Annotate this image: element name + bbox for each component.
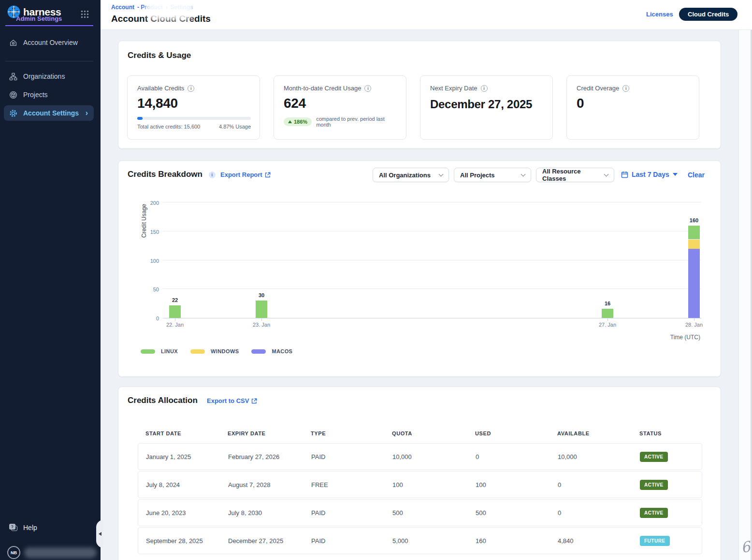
- organizations-icon: [9, 72, 17, 81]
- projects-filter[interactable]: All Projects: [454, 168, 531, 182]
- col-header: AVAILABLE: [550, 431, 632, 436]
- mtd-usage-value: 624: [284, 96, 396, 111]
- usage-percent: 4.87% Usage: [219, 124, 251, 129]
- licenses-link[interactable]: Licenses: [646, 11, 673, 18]
- total-active-credits: Total active credits: 15,600: [137, 124, 200, 129]
- export-report-link[interactable]: Export Report: [220, 171, 271, 178]
- page-title: Account Cloud Credits: [111, 14, 211, 24]
- chart-legend: LINUX WINDOWS MACOS: [141, 348, 292, 354]
- col-header: START DATE: [138, 431, 220, 436]
- info-icon[interactable]: i: [188, 85, 194, 92]
- allocation-table: START DATE EXPIRY DATE TYPE QUOTA USED A…: [138, 431, 702, 555]
- credits-progress-bar: [137, 117, 251, 120]
- chart-bar-segment[interactable]: [602, 309, 613, 318]
- scrollbar-track[interactable]: [738, 30, 751, 560]
- col-header: STATUS: [632, 431, 702, 436]
- resource-classes-filter[interactable]: All Resource Classes: [536, 168, 614, 182]
- col-header: QUOTA: [384, 431, 467, 436]
- sidebar-item-account-overview[interactable]: Account Overview: [4, 35, 94, 50]
- info-icon[interactable]: i: [481, 85, 488, 92]
- status-badge: ACTIVE: [640, 452, 668, 462]
- help-label: Help: [23, 524, 37, 531]
- arrow-up-icon: [288, 120, 292, 123]
- credit-overage-card: Credit Overagei 0: [566, 75, 699, 140]
- clear-filters-link[interactable]: Clear: [688, 171, 705, 179]
- legend-item[interactable]: WINDOWS: [190, 348, 239, 354]
- credits-allocation-panel: Credits Allocation Export to CSV START D…: [118, 387, 721, 560]
- sidebar-item-label: Account Settings: [23, 109, 79, 117]
- home-icon: [9, 39, 17, 47]
- linux-swatch-icon: [141, 349, 155, 354]
- status-badge: ACTIVE: [640, 508, 668, 518]
- credit-usage-chart-plot[interactable]: 0501001502002222. Jan3023. Jan1627. Jan1…: [163, 203, 701, 318]
- credits-breakdown-panel: Credits Breakdown i Export Report All Or…: [118, 160, 721, 377]
- macos-swatch-icon: [251, 349, 266, 354]
- x-axis-title: Time (UTC): [670, 334, 700, 341]
- sidebar-collapse-handle[interactable]: [96, 520, 103, 548]
- module-grid-icon[interactable]: [80, 10, 89, 21]
- chart-bar-segment[interactable]: [688, 226, 700, 240]
- table-header-row: START DATE EXPIRY DATE TYPE QUOTA USED A…: [138, 431, 702, 443]
- legend-item[interactable]: LINUX: [141, 348, 178, 354]
- sidebar-item-label: Account Overview: [23, 39, 78, 46]
- info-icon[interactable]: i: [209, 172, 216, 178]
- credits-usage-panel: Credits & Usage Available Creditsi 14,84…: [118, 41, 721, 149]
- calendar-icon: [621, 171, 628, 178]
- info-icon[interactable]: i: [364, 85, 371, 92]
- stat-label: Available Credits: [137, 85, 184, 92]
- sidebar-item-account-settings[interactable]: Account Settings ›: [4, 105, 94, 121]
- sidebar-item-projects[interactable]: Projects: [4, 87, 94, 102]
- breadcrumb-account[interactable]: Account: [111, 4, 134, 11]
- breadcrumb-product[interactable]: - Product: [137, 4, 163, 11]
- external-link-icon: [265, 172, 271, 178]
- export-csv-link[interactable]: Export to CSV: [207, 397, 257, 404]
- breadcrumb-settings[interactable]: Settings: [170, 4, 193, 11]
- legend-item[interactable]: MACOS: [251, 348, 292, 354]
- projects-cube-icon: [9, 91, 17, 99]
- chart-bar-segment[interactable]: [169, 305, 181, 318]
- col-header: TYPE: [303, 431, 384, 436]
- col-header: USED: [467, 431, 550, 436]
- available-credits-card: Available Creditsi 14,840 Total active c…: [127, 75, 260, 140]
- credits-usage-heading: Credits & Usage: [128, 51, 191, 60]
- help-button[interactable]: ? Help: [9, 524, 37, 531]
- available-credits-value: 14,840: [137, 96, 250, 111]
- table-row[interactable]: June 20, 2023 July 8, 2030 PAID 500 500 …: [138, 499, 702, 526]
- status-badge: ACTIVE: [640, 480, 668, 490]
- chevron-down-icon: [521, 172, 526, 177]
- table-row[interactable]: July 8, 2024 August 7, 2028 FREE 100 100…: [138, 471, 702, 498]
- status-badge: FUTURE: [640, 536, 670, 546]
- gear-icon: [9, 109, 17, 117]
- sidebar: harness Admin Settings Account Overview …: [0, 0, 101, 560]
- sidebar-item-label: Projects: [23, 91, 48, 99]
- avatar[interactable]: NB: [7, 546, 20, 559]
- credits-progress-fill: [137, 117, 143, 120]
- table-row[interactable]: January 1, 2025 February 27, 2026 PAID 1…: [138, 443, 702, 470]
- user-name-redacted: [24, 547, 97, 558]
- delta-badge: 186%: [284, 117, 312, 126]
- organizations-filter[interactable]: All Organizations: [373, 168, 449, 182]
- chart-bar-segment[interactable]: [256, 301, 267, 318]
- chart-bar-segment[interactable]: [688, 240, 700, 249]
- col-header: EXPIRY DATE: [220, 431, 303, 436]
- info-icon[interactable]: i: [622, 85, 629, 92]
- credit-overage-value: 0: [577, 96, 689, 111]
- stat-label: Month-to-date Credit Usage: [284, 85, 361, 92]
- chart-bar-segment[interactable]: [688, 249, 700, 318]
- stat-label: Credit Overage: [577, 85, 619, 92]
- next-expiry-card: Next Expiry Datei December 27, 2025: [420, 75, 553, 140]
- caret-down-icon: [673, 173, 678, 176]
- sidebar-item-organizations[interactable]: Organizations: [4, 69, 94, 84]
- stat-label: Next Expiry Date: [430, 85, 477, 92]
- credits-breakdown-heading: Credits Breakdown i: [128, 170, 216, 179]
- chevron-down-icon: [439, 172, 444, 177]
- sidebar-item-label: Organizations: [23, 72, 65, 80]
- delta-note: compared to prev. period last month: [316, 116, 396, 128]
- table-row[interactable]: September 28, 2025 December 27, 2025 PAI…: [138, 527, 702, 554]
- next-expiry-value: December 27, 2025: [430, 97, 534, 112]
- breadcrumb[interactable]: Account - Product › Settings: [111, 4, 193, 11]
- sidebar-accent-rule: [5, 25, 93, 26]
- user-profile[interactable]: NB: [7, 546, 97, 559]
- cloud-credits-button[interactable]: Cloud Credits: [679, 8, 738, 21]
- date-range-picker[interactable]: Last 7 Days: [621, 171, 678, 178]
